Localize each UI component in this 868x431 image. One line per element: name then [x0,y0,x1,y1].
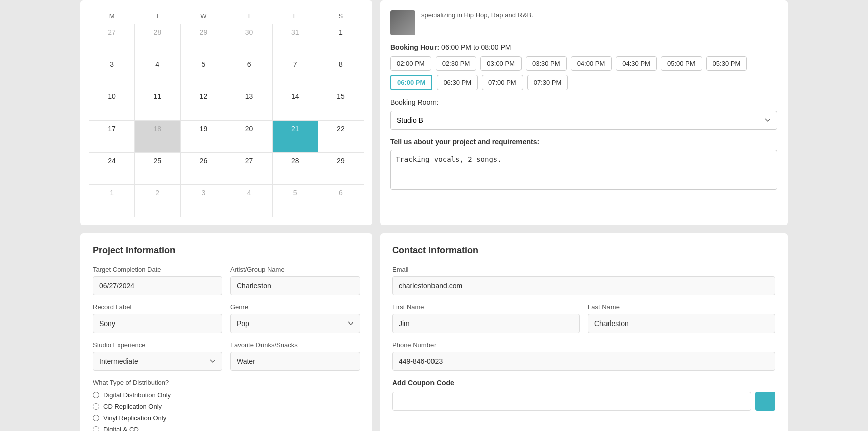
calendar-cell[interactable]: 19 [181,121,226,153]
studio-select[interactable]: Studio BStudio AStudio C [390,111,777,130]
distribution-radio[interactable] [93,392,99,398]
distribution-option: Vinyl Replication Only [93,414,360,422]
calendar-cell[interactable]: 2 [135,185,181,217]
calendar-cell[interactable]: 31 [272,24,318,56]
time-slot-button[interactable]: 05:00 PM [661,56,702,71]
calendar-cell[interactable]: 3 [181,185,226,217]
calendar-cell[interactable]: 1 [318,24,364,56]
calendar-cell[interactable]: 3 [89,56,135,88]
calendar-cell[interactable]: 1 [89,185,135,217]
calendar-cell[interactable]: 6 [226,56,272,88]
calendar-cell[interactable]: 4 [135,56,181,88]
calendar-cell[interactable]: 7 [272,56,318,88]
target-date-label: Target Completion Date [93,266,222,273]
record-label-input[interactable] [93,314,222,333]
calendar-cell[interactable]: 8 [318,56,364,88]
calendar-cell[interactable]: 13 [226,88,272,121]
project-textarea[interactable] [390,150,777,190]
calendar-cell[interactable]: 5 [181,56,226,88]
form-group-studio-exp: Studio Experience BeginnerIntermediateAd… [93,341,222,371]
phone-input[interactable] [392,352,775,371]
time-slot-button[interactable]: 05:30 PM [706,56,747,71]
time-slots-container: 02:00 PM02:30 PM03:00 PM03:30 PM04:00 PM… [390,56,777,90]
calendar-cell[interactable]: 21 [272,121,318,153]
booking-hour-label: Booking Hour: 06:00 PM to 08:00 PM [390,43,777,51]
genre-select[interactable]: PopRockHip HopJazzClassical [230,314,360,333]
booking-panel: specializing in Hip Hop, Rap and R&B. Bo… [380,0,788,225]
contact-form-row-phone: Phone Number [392,341,775,371]
calendar-cell[interactable]: 14 [272,88,318,121]
calendar-cell[interactable]: 30 [226,24,272,56]
calendar-cell[interactable]: 22 [318,121,364,153]
calendar-cell[interactable]: 25 [135,153,181,185]
booking-room-label: Booking Room: [390,98,777,106]
time-slot-button[interactable]: 04:30 PM [616,56,657,71]
form-group-record-label: Record Label [93,303,222,333]
distribution-radio[interactable] [93,415,99,421]
calendar-cell[interactable]: 29 [318,153,364,185]
calendar-panel: MTWTFS 272829303113456781011121314151718… [80,0,372,225]
project-info-title: Project Information [93,245,360,256]
first-name-label: First Name [392,303,580,311]
studio-exp-label: Studio Experience [93,341,222,349]
distribution-option-label: Digital Distribution Only [103,391,171,399]
calendar-cell[interactable]: 29 [181,24,226,56]
first-name-input[interactable] [392,314,580,333]
time-slot-button[interactable]: 04:00 PM [571,56,612,71]
calendar-cell[interactable]: 28 [135,24,181,56]
time-slot-button[interactable]: 02:00 PM [390,56,431,71]
calendar-cell[interactable]: 15 [318,88,364,121]
calendar-cell[interactable]: 18 [135,121,181,153]
avatar-image [390,10,415,35]
studio-exp-select[interactable]: BeginnerIntermediateAdvanced [93,352,222,371]
calendar-cell[interactable]: 4 [226,185,272,217]
time-slot-button[interactable]: 03:30 PM [526,56,567,71]
time-slot-button[interactable]: 07:00 PM [482,75,523,90]
calendar-cell[interactable]: 10 [89,88,135,121]
calendar-cell[interactable]: 5 [272,185,318,217]
time-slot-button[interactable]: 06:30 PM [437,75,478,90]
calendar-cell[interactable]: 27 [226,153,272,185]
time-slot-button[interactable]: 02:30 PM [436,56,477,71]
email-input[interactable] [392,276,775,295]
record-label-label: Record Label [93,303,222,311]
avatar [390,10,415,35]
calendar-cell[interactable]: 17 [89,121,135,153]
calendar-cell[interactable]: 24 [89,153,135,185]
distribution-radio[interactable] [93,426,99,431]
drinks-snacks-input[interactable] [230,352,360,371]
distribution-option: Digital & CD [93,426,360,431]
project-requirements-label: Tell us about your project and requireme… [390,138,777,146]
contact-form-row-email: Email [392,266,775,295]
distribution-radio[interactable] [93,403,99,410]
phone-label: Phone Number [392,341,775,349]
drinks-snacks-label: Favorite Drinks/Snacks [230,341,360,349]
coupon-section: Add Coupon Code [392,379,775,411]
time-slot-button[interactable]: 03:00 PM [480,56,522,71]
contact-info-panel: Contact Information Email First Name Las… [380,233,788,431]
form-group-first-name: First Name [392,303,580,333]
calendar-cell[interactable]: 28 [272,153,318,185]
artist-name-input[interactable] [230,276,360,295]
form-row-2: Record Label Genre PopRockHip HopJazzCla… [93,303,360,333]
form-group-email: Email [392,266,775,295]
calendar-day-header: F [272,8,318,24]
distribution-options: Digital Distribution OnlyCD Replication … [93,391,360,431]
time-slot-button[interactable]: 06:00 PM [390,75,432,90]
calendar-cell[interactable]: 20 [226,121,272,153]
calendar-day-header: T [135,8,181,24]
coupon-input[interactable] [392,392,751,411]
email-label: Email [392,266,775,273]
calendar-cell[interactable]: 12 [181,88,226,121]
coupon-apply-button[interactable] [755,392,775,411]
coupon-label: Add Coupon Code [392,379,775,387]
calendar-cell[interactable]: 11 [135,88,181,121]
last-name-input[interactable] [588,314,775,333]
artist-bio: specializing in Hip Hop, Rap and R&B. [421,10,533,20]
coupon-row [392,392,775,411]
calendar-cell[interactable]: 27 [89,24,135,56]
calendar-cell[interactable]: 26 [181,153,226,185]
calendar-cell[interactable]: 6 [318,185,364,217]
time-slot-button[interactable]: 07:30 PM [527,75,568,90]
target-date-input[interactable] [93,276,222,295]
